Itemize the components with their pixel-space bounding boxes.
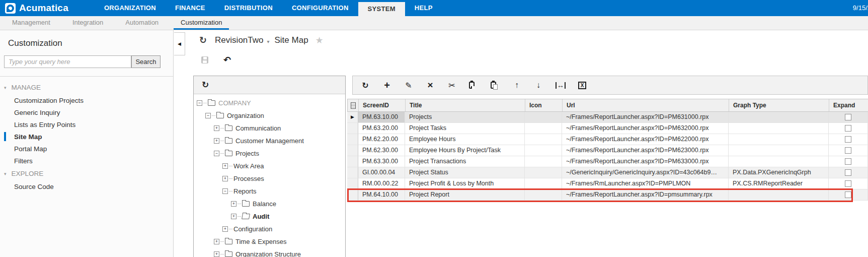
cell-expand[interactable] bbox=[829, 156, 868, 167]
cell-graphtype[interactable]: PX.Data.PXGenericInqGrph bbox=[729, 167, 829, 178]
cell-expand[interactable] bbox=[829, 145, 868, 156]
row-selector-cell[interactable]: ▶ bbox=[347, 112, 358, 123]
table-row[interactable]: GI.00.00.04Project Status~/GenericInquir… bbox=[347, 167, 868, 178]
tree-node-work-area[interactable]: +Work Area bbox=[194, 160, 345, 172]
tree-node-time-expenses[interactable]: +Time & Expenses bbox=[194, 235, 345, 248]
refresh-icon[interactable]: ↻ bbox=[361, 81, 370, 90]
cell-url[interactable]: ~/Frames/ReportLauncher.aspx?ID=PM631000… bbox=[562, 112, 729, 123]
revision-selector[interactable]: RevisionTwo bbox=[215, 35, 263, 45]
cell-screenid[interactable]: PM.62.20.00 bbox=[358, 134, 405, 145]
cell-screenid[interactable]: PM.62.30.00 bbox=[358, 145, 405, 156]
sidebar-item-filters[interactable]: Filters bbox=[0, 155, 173, 167]
expand-node-icon[interactable]: + bbox=[222, 163, 228, 169]
collapse-node-icon[interactable]: − bbox=[197, 100, 202, 106]
cell-title[interactable]: Employee Hours By Project/Task bbox=[405, 145, 525, 156]
favorite-star-icon[interactable]: ★ bbox=[315, 35, 324, 46]
sidebar-item-portal-map[interactable]: Portal Map bbox=[0, 143, 173, 155]
sidebar-item-lists-as-entry-points[interactable]: Lists as Entry Points bbox=[0, 118, 173, 131]
tree-node-company[interactable]: −COMPANY bbox=[194, 97, 345, 109]
collapse-node-icon[interactable]: − bbox=[205, 113, 211, 118]
cell-expand[interactable] bbox=[829, 134, 868, 145]
cell-expand[interactable] bbox=[829, 167, 868, 178]
sub-nav-item-automation[interactable]: Automation bbox=[118, 16, 166, 30]
expand-checkbox[interactable] bbox=[845, 114, 851, 120]
paste-icon[interactable] bbox=[491, 82, 496, 89]
tree-node-customer-management[interactable]: +Customer Management bbox=[194, 135, 345, 147]
table-row[interactable]: RM.00.00.22Project Profit & Loss by Mont… bbox=[347, 178, 868, 189]
undo-icon[interactable]: ↶ bbox=[223, 56, 231, 63]
cell-icon[interactable] bbox=[525, 178, 562, 189]
table-row[interactable]: PM.63.30.00Project Transactions~/Frames/… bbox=[347, 156, 868, 167]
tree-node-communication[interactable]: +Communication bbox=[194, 122, 345, 135]
sidebar-item-source-code[interactable]: Source Code bbox=[0, 180, 173, 192]
expand-checkbox[interactable] bbox=[845, 125, 851, 132]
cell-icon[interactable] bbox=[525, 189, 562, 201]
cell-title[interactable]: Project Status bbox=[405, 167, 525, 178]
tree-node-organization[interactable]: −Organization bbox=[194, 109, 345, 122]
top-nav-item-configuration[interactable]: CONFIGURATION bbox=[282, 0, 358, 16]
expand-checkbox[interactable] bbox=[845, 158, 851, 165]
collapse-node-icon[interactable]: − bbox=[214, 151, 219, 156]
cell-screenid[interactable]: PM.64.10.00 bbox=[358, 189, 405, 201]
row-selector-cell[interactable] bbox=[347, 167, 358, 178]
expand-checkbox[interactable] bbox=[845, 180, 851, 187]
cell-url[interactable]: ~/Frames/ReportLauncher.aspx?ID=PM633000… bbox=[562, 156, 729, 167]
top-nav-item-finance[interactable]: FINANCE bbox=[166, 0, 215, 16]
cell-icon[interactable] bbox=[525, 112, 562, 123]
cell-expand[interactable] bbox=[829, 189, 868, 201]
sidebar-collapse-button[interactable]: ◀ bbox=[174, 32, 185, 55]
cell-url[interactable]: ~/Frames/ReportLauncher.aspx?ID=PM622000… bbox=[562, 134, 729, 145]
cell-url[interactable]: ~/GenericInquiry/GenericInquiry.aspx?ID=… bbox=[562, 167, 729, 178]
search-input[interactable] bbox=[4, 55, 131, 68]
brand[interactable]: Acumatica bbox=[0, 0, 68, 16]
expand-node-icon[interactable]: + bbox=[214, 125, 219, 131]
move-up-icon[interactable]: ↑ bbox=[512, 81, 521, 90]
cell-title[interactable]: Project Transactions bbox=[405, 156, 525, 167]
cell-icon[interactable] bbox=[525, 123, 562, 134]
cell-graphtype[interactable] bbox=[729, 123, 829, 134]
tree-refresh-icon[interactable]: ↻ bbox=[201, 80, 210, 90]
cell-expand[interactable] bbox=[829, 112, 868, 123]
tree-node-balance[interactable]: +Balance bbox=[194, 198, 345, 210]
cell-screenid[interactable]: GI.00.00.04 bbox=[358, 167, 405, 178]
sub-nav-item-management[interactable]: Management bbox=[5, 16, 57, 30]
cell-expand[interactable] bbox=[829, 178, 868, 189]
table-row[interactable]: PM.64.10.00Project Report~/Frames/Report… bbox=[347, 189, 868, 201]
table-row[interactable]: PM.62.20.00Employee Hours~/Frames/Report… bbox=[347, 134, 868, 145]
cell-title[interactable]: Project Tasks bbox=[405, 123, 525, 134]
cell-graphtype[interactable] bbox=[729, 145, 829, 156]
expand-node-icon[interactable]: + bbox=[222, 226, 228, 232]
cell-url[interactable]: ~/Frames/ReportLauncher.aspx?ID=pmsummar… bbox=[562, 189, 729, 201]
row-selector-cell[interactable] bbox=[347, 134, 358, 145]
cell-title[interactable]: Project Profit & Loss by Month bbox=[405, 178, 525, 189]
top-nav-item-distribution[interactable]: DISTRIBUTION bbox=[215, 0, 282, 16]
sidebar-item-customization-projects[interactable]: Customization Projects bbox=[0, 94, 173, 106]
sub-nav-item-integration[interactable]: Integration bbox=[65, 16, 110, 30]
tree-node-audit[interactable]: +Audit bbox=[194, 210, 345, 223]
cell-url[interactable]: ~/Frames/RmLauncher.aspx?ID=PMPLMON bbox=[562, 178, 729, 189]
table-row[interactable]: PM.62.30.00Employee Hours By Project/Tas… bbox=[347, 145, 868, 156]
search-button[interactable]: Search bbox=[131, 55, 161, 68]
cell-title[interactable]: Employee Hours bbox=[405, 134, 525, 145]
save-icon[interactable] bbox=[201, 56, 208, 63]
collapse-node-icon[interactable]: − bbox=[222, 188, 228, 194]
refresh-icon[interactable]: ↻ bbox=[199, 35, 207, 46]
cell-icon[interactable] bbox=[525, 145, 562, 156]
cut-icon[interactable]: ✂ bbox=[447, 81, 456, 90]
column-header-title[interactable]: Title bbox=[406, 99, 525, 111]
column-header-expand[interactable]: Expand bbox=[829, 99, 868, 111]
tree-node-projects[interactable]: −Projects bbox=[194, 147, 345, 160]
cell-url[interactable]: ~/Frames/ReportLauncher.aspx?ID=PM623000… bbox=[562, 145, 729, 156]
expand-checkbox[interactable] bbox=[845, 147, 851, 154]
row-selector-cell[interactable] bbox=[347, 178, 358, 189]
expand-node-icon[interactable]: + bbox=[222, 176, 228, 181]
fit-width-icon[interactable]: ↔ bbox=[556, 82, 566, 89]
sidebar-section-manage[interactable]: ▾MANAGE bbox=[0, 81, 173, 94]
expand-node-icon[interactable]: + bbox=[214, 138, 219, 144]
sub-nav-item-customization[interactable]: Customization bbox=[174, 16, 229, 30]
expand-checkbox[interactable] bbox=[845, 136, 851, 143]
delete-icon[interactable]: × bbox=[426, 80, 435, 91]
top-nav-item-help[interactable]: HELP bbox=[405, 0, 442, 16]
cell-graphtype[interactable] bbox=[729, 156, 829, 167]
add-icon[interactable]: + bbox=[382, 80, 391, 91]
